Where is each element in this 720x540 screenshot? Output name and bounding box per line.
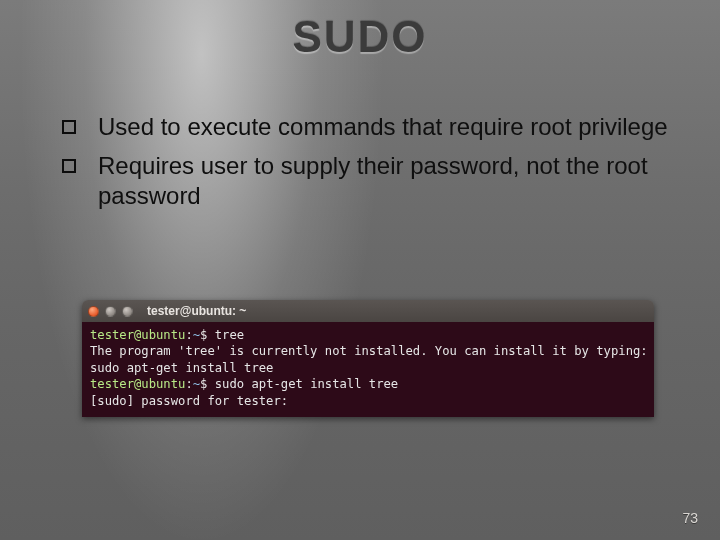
terminal-line: The program 'tree' is currently not inst… bbox=[90, 343, 646, 359]
prompt-path: ~ bbox=[193, 328, 200, 342]
bullet-text: Requires user to supply their password, … bbox=[98, 151, 686, 212]
maximize-icon[interactable] bbox=[122, 306, 133, 317]
slide-title: SUDO bbox=[0, 12, 720, 62]
minimize-icon[interactable] bbox=[105, 306, 116, 317]
terminal-title: tester@ubuntu: ~ bbox=[147, 304, 246, 318]
terminal-window: tester@ubuntu: ~ tester@ubuntu:~$ tree T… bbox=[82, 300, 654, 417]
prompt-dollar: $ bbox=[200, 328, 207, 342]
bullet-square-icon bbox=[62, 120, 76, 134]
bullet-list: Used to execute commands that require ro… bbox=[62, 112, 686, 220]
terminal-line: tester@ubuntu:~$ tree bbox=[90, 327, 646, 343]
list-item: Used to execute commands that require ro… bbox=[62, 112, 686, 143]
command-text: sudo apt-get install tree bbox=[215, 377, 398, 391]
bullet-text: Used to execute commands that require ro… bbox=[98, 112, 686, 143]
prompt-path: ~ bbox=[193, 377, 200, 391]
prompt-user: tester@ubuntu bbox=[90, 328, 185, 342]
terminal-line: tester@ubuntu:~$ sudo apt-get install tr… bbox=[90, 376, 646, 392]
prompt-colon: : bbox=[185, 377, 192, 391]
terminal-line: [sudo] password for tester: bbox=[90, 393, 646, 409]
bullet-square-icon bbox=[62, 159, 76, 173]
command-text: tree bbox=[215, 328, 244, 342]
slide: SUDO Used to execute commands that requi… bbox=[0, 0, 720, 540]
prompt-colon: : bbox=[185, 328, 192, 342]
prompt-dollar: $ bbox=[200, 377, 207, 391]
close-icon[interactable] bbox=[88, 306, 99, 317]
prompt-user: tester@ubuntu bbox=[90, 377, 185, 391]
terminal-line: sudo apt-get install tree bbox=[90, 360, 646, 376]
terminal-titlebar: tester@ubuntu: ~ bbox=[82, 300, 654, 322]
page-number: 73 bbox=[682, 510, 698, 526]
terminal-body[interactable]: tester@ubuntu:~$ tree The program 'tree'… bbox=[82, 322, 654, 417]
list-item: Requires user to supply their password, … bbox=[62, 151, 686, 212]
